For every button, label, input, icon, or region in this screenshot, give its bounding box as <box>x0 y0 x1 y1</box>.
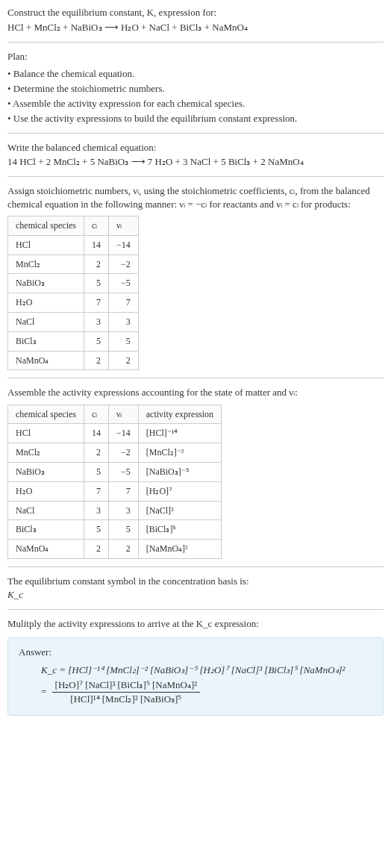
cell-species: BiCl₃ <box>8 331 84 351</box>
cell-ci: 14 <box>84 424 108 443</box>
header-section: Construct the equilibrium constant, K, e… <box>7 6 384 34</box>
cell-expr: [H₂O]⁷ <box>138 481 221 501</box>
stoich-section: Assign stoichiometric numbers, νᵢ, using… <box>7 184 384 371</box>
table-header-row: chemical species cᵢ νᵢ <box>8 216 139 236</box>
table-row: H₂O77 <box>8 293 139 313</box>
cell-species: NaBiO₃ <box>8 274 84 293</box>
cell-expr: [NaBiO₃]⁻⁵ <box>138 463 221 482</box>
stoich-intro: Assign stoichiometric numbers, νᵢ, using… <box>7 184 384 211</box>
cell-species: NaCl <box>8 501 84 520</box>
table-row: NaMnO₄22[NaMnO₄]² <box>8 540 222 559</box>
plan-item: • Use the activity expressions to build … <box>7 112 384 125</box>
cell-species: NaCl <box>8 313 84 332</box>
cell-vi: 2 <box>108 351 138 370</box>
col-expr: activity expression <box>138 405 221 424</box>
kc-symbol-line1: The equilibrium constant symbol in the c… <box>7 575 384 588</box>
table-row: MnCl₂2−2[MnCl₂]⁻² <box>8 443 222 463</box>
cell-species: H₂O <box>8 481 84 501</box>
plan-section: Plan: • Balance the chemical equation. •… <box>7 50 384 125</box>
cell-vi: 2 <box>108 540 138 559</box>
cell-expr: [HCl]⁻¹⁴ <box>138 424 221 443</box>
fraction-denominator: [HCl]¹⁴ [MnCl₂]² [NaBiO₃]⁵ <box>52 693 201 706</box>
table-row: NaMnO₄22 <box>8 351 139 370</box>
table-row: MnCl₂2−2 <box>8 255 139 274</box>
cell-expr: [NaCl]³ <box>138 501 221 520</box>
cell-ci: 5 <box>84 520 108 540</box>
divider <box>7 609 384 610</box>
cell-ci: 2 <box>84 255 108 274</box>
cell-species: HCl <box>8 235 84 255</box>
cell-ci: 5 <box>84 274 108 293</box>
answer-line1: K_c = [HCl]⁻¹⁴ [MnCl₂]⁻² [NaBiO₃]⁻⁵ [H₂O… <box>41 664 372 677</box>
table-row: NaBiO₃5−5 <box>8 274 139 293</box>
col-vi: νᵢ <box>108 405 138 424</box>
col-species: chemical species <box>8 405 84 424</box>
kc-symbol-line2: K_c <box>7 588 384 602</box>
multiply-text: Mulitply the activity expressions to arr… <box>7 617 384 631</box>
cell-ci: 5 <box>84 463 108 482</box>
cell-species: MnCl₂ <box>8 443 84 463</box>
cell-vi: −2 <box>108 443 138 463</box>
cell-vi: 3 <box>108 501 138 520</box>
cell-expr: [NaMnO₄]² <box>138 540 221 559</box>
table-row: BiCl₃55 <box>8 331 139 351</box>
answer-fraction-line: = [H₂O]⁷ [NaCl]³ [BiCl₃]⁵ [NaMnO₄]² [HCl… <box>41 678 372 706</box>
balanced-equation: 14 HCl + 2 MnCl₂ + 5 NaBiO₃ ⟶ 7 H₂O + 3 … <box>7 155 384 169</box>
divider <box>7 176 384 177</box>
cell-ci: 7 <box>84 293 108 313</box>
col-ci: cᵢ <box>84 405 108 424</box>
cell-expr: [MnCl₂]⁻² <box>138 443 221 463</box>
answer-label: Answer: <box>19 646 372 659</box>
cell-vi: −14 <box>108 235 138 255</box>
kc-symbol-section: The equilibrium constant symbol in the c… <box>7 575 384 602</box>
divider <box>7 42 384 43</box>
cell-vi: −2 <box>108 255 138 274</box>
table-row: BiCl₃55[BiCl₃]⁵ <box>8 520 222 540</box>
cell-species: NaMnO₄ <box>8 540 84 559</box>
answer-box: Answer: K_c = [HCl]⁻¹⁴ [MnCl₂]⁻² [NaBiO₃… <box>7 637 384 716</box>
cell-species: HCl <box>8 424 84 443</box>
divider <box>7 378 384 378</box>
plan-title: Plan: <box>7 50 384 63</box>
balanced-title: Write the balanced chemical equation: <box>7 141 384 154</box>
plan-item: • Balance the chemical equation. <box>7 67 384 81</box>
header-line-1: Construct the equilibrium constant, K, e… <box>7 6 384 19</box>
cell-vi: 5 <box>108 331 138 351</box>
table-row: NaCl33[NaCl]³ <box>8 501 222 520</box>
cell-species: MnCl₂ <box>8 255 84 274</box>
cell-vi: −5 <box>108 463 138 482</box>
cell-species: NaBiO₃ <box>8 463 84 482</box>
cell-species: H₂O <box>8 293 84 313</box>
stoich-table: chemical species cᵢ νᵢ HCl14−14 MnCl₂2−2… <box>7 216 139 370</box>
divider <box>7 133 384 134</box>
table-row: HCl14−14[HCl]⁻¹⁴ <box>8 424 222 443</box>
cell-vi: 7 <box>108 481 138 501</box>
cell-vi: 5 <box>108 520 138 540</box>
cell-ci: 2 <box>84 540 108 559</box>
cell-ci: 2 <box>84 443 108 463</box>
fraction-numerator: [H₂O]⁷ [NaCl]³ [BiCl₃]⁵ [NaMnO₄]² <box>52 678 201 693</box>
cell-vi: 7 <box>108 293 138 313</box>
cell-vi: −14 <box>108 424 138 443</box>
table-row: NaBiO₃5−5[NaBiO₃]⁻⁵ <box>8 463 222 482</box>
plan-list: • Balance the chemical equation. • Deter… <box>7 67 384 126</box>
eq-prefix: = <box>41 686 49 697</box>
activity-intro: Assemble the activity expressions accoun… <box>7 386 384 399</box>
col-vi: νᵢ <box>108 216 138 236</box>
cell-ci: 3 <box>84 313 108 332</box>
header-equation: HCl + MnCl₂ + NaBiO₃ ⟶ H₂O + NaCl + BiCl… <box>7 21 384 34</box>
activity-table: chemical species cᵢ νᵢ activity expressi… <box>7 405 222 559</box>
table-row: HCl14−14 <box>8 235 139 255</box>
activity-section: Assemble the activity expressions accoun… <box>7 386 384 559</box>
col-species: chemical species <box>8 216 84 236</box>
cell-species: NaMnO₄ <box>8 351 84 370</box>
balanced-section: Write the balanced chemical equation: 14… <box>7 141 384 168</box>
cell-ci: 14 <box>84 235 108 255</box>
table-header-row: chemical species cᵢ νᵢ activity expressi… <box>8 405 222 424</box>
table-row: NaCl33 <box>8 313 139 332</box>
plan-item: • Assemble the activity expression for e… <box>7 97 384 110</box>
cell-vi: 3 <box>108 313 138 332</box>
cell-species: BiCl₃ <box>8 520 84 540</box>
col-ci: cᵢ <box>84 216 108 236</box>
cell-ci: 5 <box>84 331 108 351</box>
